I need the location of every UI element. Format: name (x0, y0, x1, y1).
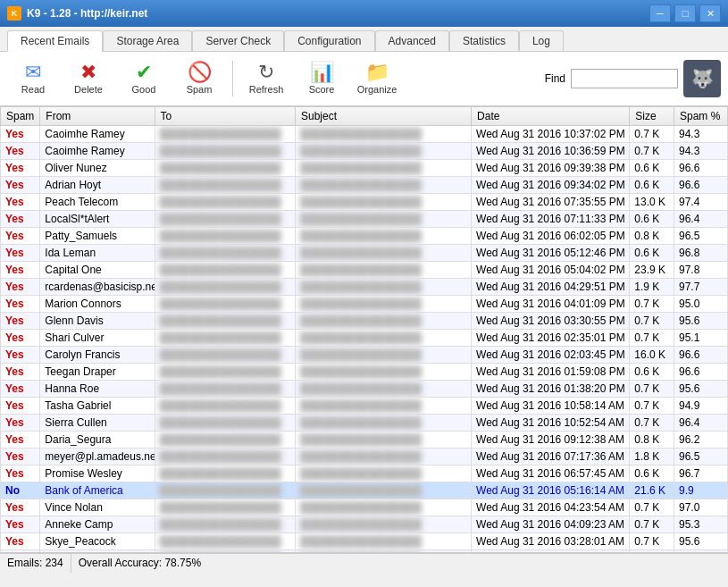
table-row[interactable]: Yes meyer@pl.amadeus.net ███████████████… (1, 449, 728, 465)
refresh-button[interactable]: ↻ Refresh (240, 55, 292, 102)
table-row[interactable]: No Bank of America ████████████████ ████… (1, 482, 728, 499)
to-cell: ████████████████ (155, 330, 295, 347)
table-row[interactable]: Yes Carolyn Francis ████████████████ ███… (1, 347, 728, 364)
subject-cell: ████████████████ (295, 194, 471, 211)
size-cell: 0.6 K (630, 177, 674, 194)
table-row[interactable]: Yes Caoimhe Ramey ████████████████ █████… (1, 143, 728, 160)
toolbar: ✉ Read ✖ Delete ✔ Good 🚫 Spam ↻ Refresh … (0, 52, 728, 106)
close-button[interactable]: ✕ (699, 4, 721, 22)
tab-statistics[interactable]: Statistics (449, 30, 519, 51)
to-cell: ████████████████ (155, 245, 295, 262)
tab-server-check[interactable]: Server Check (192, 30, 284, 51)
size-cell: 0.7 K (630, 330, 674, 347)
tab-advanced[interactable]: Advanced (375, 30, 449, 51)
to-cell: ████████████████ (155, 262, 295, 279)
table-row[interactable]: Yes Skye_Peacock ████████████████ ██████… (1, 533, 728, 550)
spam-cell: Yes (1, 533, 40, 550)
spampct-cell: 97.8 (674, 262, 728, 279)
delete-button[interactable]: ✖ Delete (63, 55, 114, 102)
read-button[interactable]: ✉ Read (7, 55, 59, 102)
from-cell: rcardenas@basicisp.net (40, 279, 155, 296)
table-row[interactable]: Yes Caoimhe Ramey ████████████████ █████… (1, 126, 728, 143)
col-header-size[interactable]: Size (630, 107, 674, 126)
subject-cell: ████████████████ (295, 228, 471, 245)
tab-log[interactable]: Log (519, 30, 564, 51)
spampct-cell: 9.9 (674, 482, 728, 499)
table-row[interactable]: Yes rcardenas@basicisp.net █████████████… (1, 279, 728, 296)
table-row[interactable]: Yes Shari Culver ████████████████ ██████… (1, 330, 728, 347)
table-header-row: Spam From To Subject Date Size Spam % (1, 107, 728, 126)
spam-cell: Yes (1, 347, 40, 364)
col-header-from[interactable]: From (40, 107, 155, 126)
table-row[interactable]: Yes Patty_Samuels ████████████████ █████… (1, 228, 728, 245)
to-cell: ████████████████ (155, 415, 295, 432)
table-row[interactable]: Yes Marion Connors ████████████████ ████… (1, 296, 728, 313)
spam-cell: Yes (1, 160, 40, 177)
find-input[interactable] (571, 69, 678, 88)
date-cell: Wed Aug 31 2016 02:35:01 PM (472, 330, 630, 347)
spam-icon: 🚫 (188, 63, 212, 82)
to-cell: ████████████████ (155, 143, 295, 160)
date-cell: Wed Aug 31 2016 09:39:38 PM (472, 160, 630, 177)
tab-storage-area[interactable]: Storage Area (103, 30, 192, 51)
subject-cell: ████████████████ (295, 465, 471, 482)
spam-cell: No (1, 482, 40, 499)
refresh-icon: ↻ (258, 63, 274, 82)
spam-cell: Yes (1, 499, 40, 516)
table-row[interactable]: Yes Glenn Davis ████████████████ ███████… (1, 313, 728, 330)
table-row[interactable]: Yes Oliver Nunez ████████████████ ██████… (1, 160, 728, 177)
col-header-date[interactable]: Date (472, 107, 630, 126)
date-cell: Wed Aug 31 2016 09:12:38 AM (472, 432, 630, 449)
tab-configuration[interactable]: Configuration (284, 30, 374, 51)
spam-button[interactable]: 🚫 Spam (173, 55, 225, 102)
to-cell: ████████████████ (155, 364, 295, 381)
spam-cell: Yes (1, 245, 40, 262)
from-cell: Oliver Nunez (40, 160, 155, 177)
table-row[interactable]: Yes Daria_Segura ████████████████ ██████… (1, 432, 728, 449)
date-cell: Wed Aug 31 2016 07:17:36 AM (472, 449, 630, 465)
subject-cell: ████████████████ (295, 432, 471, 449)
size-cell: 21.6 K (630, 482, 674, 499)
spam-cell: Yes (1, 143, 40, 160)
table-row[interactable]: Yes Capital One ████████████████ ███████… (1, 262, 728, 279)
delete-label: Delete (74, 84, 103, 95)
size-cell: 0.6 K (630, 465, 674, 482)
from-cell: Marion Connors (40, 296, 155, 313)
table-row[interactable]: Yes Vince Nolan ████████████████ ███████… (1, 499, 728, 516)
organize-button[interactable]: 📁 Organize (351, 55, 403, 102)
table-row[interactable]: Yes Anneke Camp ████████████████ ███████… (1, 516, 728, 533)
col-header-to[interactable]: To (155, 107, 295, 126)
table-row[interactable]: Yes Tasha Gabriel ████████████████ █████… (1, 398, 728, 415)
from-cell: Patty_Samuels (40, 228, 155, 245)
tab-recent-emails[interactable]: Recent Emails (7, 30, 103, 52)
table-row[interactable]: Yes Teegan Draper ████████████████ █████… (1, 364, 728, 381)
spampct-cell: 96.6 (674, 160, 728, 177)
table-row[interactable]: Yes Sierra Cullen ████████████████ █████… (1, 415, 728, 432)
table-row[interactable]: Yes Adrian Hoyt ████████████████ ███████… (1, 177, 728, 194)
col-header-subject[interactable]: Subject (295, 107, 471, 126)
subject-cell: ████████████████ (295, 296, 471, 313)
size-cell: 0.7 K (630, 143, 674, 160)
from-cell: Anneke Camp (40, 516, 155, 533)
col-header-spam[interactable]: Spam (1, 107, 40, 126)
table-row[interactable]: Yes Ida Leman ████████████████ █████████… (1, 245, 728, 262)
table-row[interactable]: Yes LocalSl*tAlert ████████████████ ████… (1, 211, 728, 228)
to-cell: ████████████████ (155, 381, 295, 398)
date-cell: Wed Aug 31 2016 10:36:59 PM (472, 143, 630, 160)
table-row[interactable]: Yes Peach Telecom ████████████████ █████… (1, 194, 728, 211)
from-cell: Adrian Hoyt (40, 177, 155, 194)
good-button[interactable]: ✔ Good (118, 55, 170, 102)
maximize-button[interactable]: □ (674, 4, 696, 22)
size-cell: 0.7 K (630, 415, 674, 432)
table-row[interactable]: Yes Promise Wesley ████████████████ ████… (1, 465, 728, 482)
minimize-button[interactable]: ─ (649, 4, 671, 22)
col-header-spampct[interactable]: Spam % (674, 107, 728, 126)
spampct-cell: 94.3 (674, 126, 728, 143)
read-label: Read (21, 84, 45, 95)
score-button[interactable]: 📊 Score (296, 55, 347, 102)
table-row[interactable]: Yes Hanna Roe ████████████████ █████████… (1, 381, 728, 398)
subject-cell: ████████████████ (295, 126, 471, 143)
email-list[interactable]: Spam From To Subject Date Size Spam % Ye… (0, 106, 728, 553)
to-cell: ████████████████ (155, 432, 295, 449)
date-cell: Wed Aug 31 2016 04:23:54 AM (472, 499, 630, 516)
